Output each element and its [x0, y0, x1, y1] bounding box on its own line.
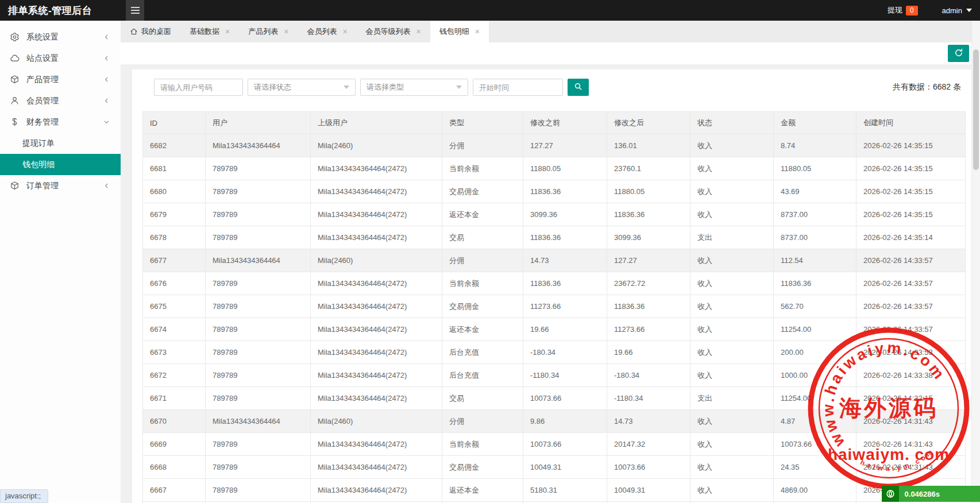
refresh-icon [954, 48, 963, 59]
trace-icon [882, 486, 899, 502]
table-cell: 789789 [206, 479, 311, 502]
tab-my-desktop[interactable]: 我的桌面 [121, 21, 180, 42]
sidebar-subitem-label: 提现订单 [22, 138, 55, 148]
table-cell: 收入 [690, 203, 774, 226]
sidebar-item-label: 财务管理 [26, 117, 103, 127]
sidebar-item-finance-mgmt[interactable]: 财务管理 [0, 111, 121, 133]
tab-wallet-details[interactable]: 钱包明细× [430, 21, 489, 42]
status-select[interactable]: 请选择状态 [248, 79, 356, 96]
table-cell: 112.54 [774, 249, 856, 272]
table-cell: 交易 [442, 387, 523, 410]
table-cell: Mila1343434364464(2472) [311, 479, 442, 502]
table-row: 6676789789Mila1343434364464(2472)当前余额118… [143, 272, 966, 295]
filter-row: 请选择状态 请选择类型 共有数据：6682 条 [154, 79, 961, 96]
table-cell: 交易佣金 [442, 295, 523, 318]
table-cell: 2026-02-26 14:35:15 [856, 134, 966, 157]
table-row: 6675789789Mila1343434364464(2472)交易佣金112… [143, 295, 966, 318]
table-cell: 23672.72 [607, 272, 690, 295]
table-cell: 200.00 [774, 341, 856, 364]
tab-close-icon[interactable]: × [342, 28, 347, 36]
render-time-bar[interactable]: 0.046286s [882, 486, 980, 502]
table-cell: 支出 [690, 226, 774, 249]
tab-product-list[interactable]: 产品列表× [239, 21, 298, 42]
table-cell: 4.87 [774, 410, 856, 433]
start-time-input[interactable] [473, 79, 563, 96]
cloud-icon [10, 53, 20, 63]
sidebar-subitem-wallet-details[interactable]: 钱包明细 [0, 154, 121, 175]
total-records-text: 共有数据：6682 条 [893, 82, 961, 92]
column-header: 金额 [774, 112, 856, 134]
chevron-left-icon [103, 55, 110, 62]
tab-close-icon[interactable]: × [284, 28, 288, 36]
table-cell: 789789 [206, 433, 311, 456]
tab-close-icon[interactable]: × [225, 28, 230, 36]
table-row: 6678789789Mila1343434364464(2472)交易11836… [143, 226, 966, 249]
table-row: 6667789789Mila1343434364464(2472)返还本金518… [143, 479, 966, 502]
sidebar-item-site-settings[interactable]: 站点设置 [0, 48, 121, 69]
refresh-button[interactable] [948, 45, 969, 62]
hamburger-menu-icon[interactable] [126, 0, 144, 21]
table-cell: 收入 [690, 249, 774, 272]
tab-member-list[interactable]: 会员列表× [298, 21, 356, 42]
table-cell: 6676 [143, 272, 206, 295]
tab-close-icon[interactable]: × [475, 28, 480, 36]
table-cell: 789789 [206, 226, 311, 249]
sidebar-item-order-mgmt[interactable]: 订单管理 [0, 175, 121, 196]
sidebar-subitem-withdraw-orders[interactable]: 提现订单 [0, 133, 121, 154]
table-cell: 6678 [143, 226, 206, 249]
table-cell: 562.70 [774, 295, 856, 318]
vertical-scrollbar[interactable] [971, 21, 980, 503]
sidebar: 系统设置站点设置产品管理会员管理财务管理提现订单钱包明细订单管理 [0, 21, 121, 503]
table-row: 6680789789Mila1343434364464(2472)交易佣金118… [143, 180, 966, 203]
table-cell: 14.73 [523, 249, 607, 272]
sidebar-item-system-settings[interactable]: 系统设置 [0, 26, 121, 48]
table-cell: 收入 [690, 364, 774, 387]
search-button[interactable] [568, 79, 589, 96]
table-cell: 789789 [206, 272, 311, 295]
dollar-icon [10, 117, 20, 127]
table-cell: 127.27 [607, 249, 690, 272]
tab-label: 钱包明细 [439, 26, 469, 37]
table-cell: -1180.34 [523, 364, 607, 387]
table-cell: Mila(2460) [311, 249, 442, 272]
table-cell: 19.66 [523, 318, 607, 341]
table-cell: 6677 [143, 249, 206, 272]
user-number-input[interactable] [154, 79, 243, 96]
tab-close-icon[interactable]: × [416, 28, 421, 36]
table-cell: 交易 [442, 226, 523, 249]
chevron-left-icon [103, 182, 110, 189]
sidebar-subitem-label: 钱包明细 [22, 160, 55, 169]
table-cell: 后台充值 [442, 364, 523, 387]
tab-label: 会员列表 [307, 26, 337, 37]
tab-member-level-list[interactable]: 会员等级列表× [357, 21, 430, 42]
user-menu[interactable]: admin [942, 6, 972, 15]
table-cell: 789789 [206, 157, 311, 180]
withdraw-link[interactable]: 提现 [888, 5, 902, 16]
home-icon [130, 28, 138, 36]
tab-basic-data[interactable]: 基础数据× [180, 21, 239, 42]
scrollbar-thumb[interactable] [973, 49, 979, 170]
table-cell: Mila1343434364464(2472) [311, 180, 442, 203]
table-row: 6681789789Mila1343434364464(2472)当前余额118… [143, 157, 966, 180]
table-cell: Mila(2460) [311, 134, 442, 157]
status-link-hint: javascript:; [0, 489, 48, 503]
table-cell: 789789 [206, 456, 311, 479]
table-cell: Mila1343434364464 [206, 249, 311, 272]
type-select[interactable]: 请选择类型 [360, 79, 468, 96]
withdraw-badge[interactable]: 0 [906, 6, 918, 16]
table-cell: Mila1343434364464(2472) [311, 272, 442, 295]
table-row: 6674789789Mila1343434364464(2472)返还本金19.… [143, 318, 966, 341]
table-cell: 2026-02-26 14:35:15 [856, 203, 966, 226]
sidebar-item-member-mgmt[interactable]: 会员管理 [0, 90, 121, 111]
table-cell: 3099.36 [607, 226, 690, 249]
table-cell: Mila1343434364464(2472) [311, 364, 442, 387]
table-cell: 11836.36 [607, 203, 690, 226]
sidebar-item-product-mgmt[interactable]: 产品管理 [0, 69, 121, 90]
table-row: 6672789789Mila1343434364464(2472)后台充值-11… [143, 364, 966, 387]
chevron-down-icon [966, 9, 972, 12]
table-cell: 返还本金 [442, 479, 523, 502]
table-cell: 6682 [143, 134, 206, 157]
render-time-value: 0.046286s [899, 486, 980, 502]
table-cell: 6670 [143, 410, 206, 433]
table-cell: 支出 [690, 387, 774, 410]
